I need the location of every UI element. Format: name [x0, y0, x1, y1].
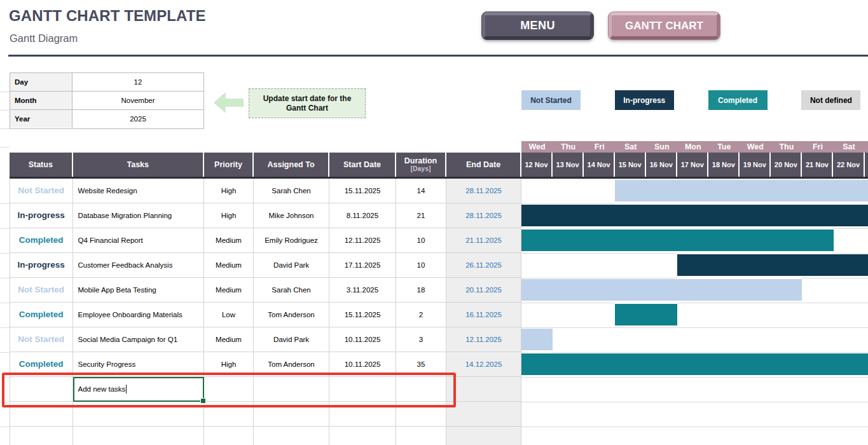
gridline-stub [0, 327, 10, 328]
table-header: Status Tasks Priority Assigned To Start … [10, 153, 521, 177]
cell-r1c1[interactable]: Database Migration Planning [73, 203, 205, 228]
cell-r2c3[interactable]: Emily Rodriguez [254, 228, 329, 253]
gantt-bar-gap [615, 302, 677, 303]
gantt-day-cell: Wed [740, 141, 771, 153]
active-cell-text: Add new tasks [78, 385, 126, 393]
cell-r3c5[interactable]: 10 [396, 253, 446, 278]
cell-r3c3[interactable]: David Park [254, 253, 329, 278]
cell-r6c5[interactable]: 3 [396, 327, 446, 352]
gridline-stub [0, 110, 10, 111]
date-selector-value[interactable]: 2025 [72, 110, 203, 128]
page-subtitle: Gantt Diagram [10, 32, 78, 44]
gantt-day-cell: Tue [708, 141, 740, 153]
cell-r10c0[interactable] [10, 427, 73, 445]
cell-r2c0[interactable]: Completed [10, 228, 73, 253]
cell-r3c4[interactable]: 17.11.2025 [329, 253, 396, 278]
cell-r0c5[interactable]: 14 [396, 179, 446, 203]
menu-button[interactable]: MENU [482, 12, 593, 39]
cell-r4c3[interactable]: Sarah Chen [254, 278, 329, 303]
cell-r2c1[interactable]: Q4 Financial Report [73, 228, 205, 253]
gantt-bar-completed [615, 304, 677, 326]
cell-r5c5[interactable]: 2 [396, 303, 446, 327]
gantt-day-cell: Sat [833, 141, 864, 153]
cell-r1c0[interactable]: In-progress [10, 203, 73, 228]
cell-r5c6[interactable]: 16.11.2025 [446, 303, 521, 327]
col-header-duration: Duration [Days] [396, 153, 446, 177]
legend-not-started: Not Started [521, 90, 581, 110]
table-row [10, 427, 521, 445]
cell-r2c2[interactable]: Medium [204, 228, 254, 253]
cell-r1c3[interactable]: Mike Johnson [254, 203, 329, 228]
cell-r1c6[interactable]: 28.11.2025 [446, 203, 521, 228]
date-selector-value[interactable]: 12 [72, 73, 203, 91]
gantt-date-cell: 20 Nov [771, 153, 802, 177]
cell-r5c2[interactable]: Low [204, 303, 254, 327]
cell-r4c6[interactable]: 20.11.2025 [446, 278, 521, 303]
cell-r5c4[interactable]: 15.11.2025 [329, 303, 396, 327]
gantt-day-cell: Mon [677, 141, 708, 153]
gantt-bar-completed [521, 353, 868, 376]
cell-r6c4[interactable]: 10.11.2025 [329, 327, 396, 352]
cell-r0c2[interactable]: High [204, 179, 254, 203]
legend-in-progress: In-progress [615, 90, 674, 110]
gantt-bar-in_progress [677, 254, 868, 277]
cell-r4c5[interactable]: 18 [396, 278, 446, 303]
gantt-spreadsheet: GANTT CHART TEMPLATE Gantt Diagram MENU … [0, 0, 868, 445]
gantt-date-cell: 17 Nov [677, 153, 708, 177]
cell-r0c3[interactable]: Sarah Chen [254, 179, 329, 203]
gantt-bar-not_started [521, 279, 802, 301]
cell-r7c6[interactable]: 14.12.2025 [446, 352, 521, 377]
table-row: CompletedQ4 Financial ReportMediumEmily … [10, 228, 521, 253]
cell-r5c1[interactable]: Employee Onboarding Materials [73, 303, 205, 327]
gridline-stub [0, 303, 10, 303]
start-date-selector: Day12MonthNovemberYear2025 [10, 72, 204, 129]
cell-r1c2[interactable]: High [204, 203, 254, 228]
cell-r1c5[interactable]: 21 [396, 203, 446, 228]
gantt-date-cell: 21 Nov [802, 153, 833, 177]
cell-r5c3[interactable]: Tom Anderson [254, 303, 329, 327]
cell-r2c5[interactable]: 10 [396, 228, 446, 253]
cell-r0c1[interactable]: Website Redesign [73, 179, 205, 203]
cell-r1c4[interactable]: 8.11.2025 [329, 203, 396, 228]
cell-r4c0[interactable]: Not Started [10, 278, 73, 303]
cell-r2c4[interactable]: 12.11.2025 [329, 228, 396, 253]
cell-r10c3[interactable] [254, 427, 329, 445]
cell-r10c6[interactable] [446, 427, 521, 445]
cell-r6c6[interactable]: 12.11.2025 [446, 327, 521, 352]
gantt-chart-button[interactable]: GANTT CHART [609, 12, 720, 39]
cell-r0c0[interactable]: Not Started [10, 179, 73, 203]
red-annotation-box [2, 373, 456, 407]
cell-r4c2[interactable]: Medium [204, 278, 254, 303]
cell-r3c1[interactable]: Customer Feedback Analysis [73, 253, 205, 278]
cell-r2c6[interactable]: 21.11.2025 [446, 228, 521, 253]
gantt-day-cell: Fri [802, 141, 833, 153]
col-header-startdate: Start Date [329, 153, 396, 177]
date-selector-row: Year2025 [10, 110, 203, 128]
cell-r4c1[interactable]: Mobile App Beta Testing [73, 278, 205, 303]
cell-r10c1[interactable] [73, 427, 205, 445]
cell-r3c0[interactable]: In-progress [10, 253, 73, 278]
cell-r9c6[interactable] [446, 402, 521, 427]
gantt-date-cell: 16 Nov [646, 153, 677, 177]
gantt-bar-gap [521, 228, 834, 229]
cell-r10c4[interactable] [329, 427, 396, 445]
cell-r6c3[interactable]: David Park [254, 327, 329, 352]
cell-r5c0[interactable]: Completed [10, 303, 73, 327]
cell-r10c5[interactable] [396, 427, 446, 445]
gantt-bar-gap [677, 252, 833, 254]
cell-r0c4[interactable]: 15.11.2025 [329, 179, 396, 203]
table-row: In-progressCustomer Feedback AnalysisMed… [10, 253, 521, 278]
cell-r8c6[interactable] [446, 377, 521, 402]
cell-r6c2[interactable]: Medium [204, 327, 254, 352]
date-selector-value[interactable]: November [72, 92, 203, 109]
gridline-stub [0, 228, 10, 229]
cell-r0c6[interactable]: 28.11.2025 [446, 179, 521, 203]
cell-r3c6[interactable]: 26.11.2025 [446, 253, 521, 278]
cell-r10c2[interactable] [204, 427, 254, 445]
table-row: CompletedEmployee Onboarding MaterialsLo… [10, 303, 521, 327]
cell-r4c4[interactable]: 3.11.2025 [329, 278, 396, 303]
cell-r6c1[interactable]: Social Media Campaign for Q1 [73, 327, 205, 352]
active-cell-add-new-tasks[interactable]: Add new tasks [73, 377, 205, 402]
cell-r6c0[interactable]: Not Started [10, 327, 73, 352]
cell-r3c2[interactable]: Medium [204, 253, 254, 278]
